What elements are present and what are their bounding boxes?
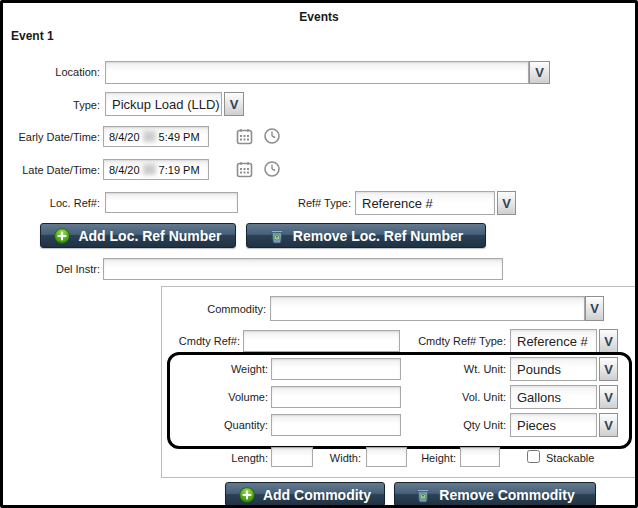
chevron-down-icon: V bbox=[604, 335, 613, 348]
width-input[interactable] bbox=[366, 447, 407, 467]
weight-label: Weight: bbox=[183, 363, 268, 375]
calendar-icon[interactable] bbox=[236, 128, 253, 145]
events-window: Events Event 1 Location: V Type: Pickup … bbox=[0, 0, 638, 508]
cmdty-ref-type-label: Cmdty Ref# Type: bbox=[406, 335, 506, 347]
vol-unit-label: Vol. Unit: bbox=[423, 391, 506, 403]
remove-loc-ref-label: Remove Loc. Ref Number bbox=[293, 228, 463, 244]
clock-icon[interactable] bbox=[263, 127, 281, 145]
trash-icon bbox=[415, 487, 431, 503]
commodity-input[interactable] bbox=[270, 296, 585, 321]
early-date-text: 8/4/20 bbox=[109, 131, 140, 143]
cmdty-ref-type-dropdown-button[interactable]: V bbox=[599, 329, 618, 353]
ref-type-select[interactable]: Reference # bbox=[355, 191, 495, 215]
plus-circle-icon bbox=[239, 487, 255, 503]
type-dropdown-button[interactable]: V bbox=[224, 92, 244, 116]
early-datetime-input[interactable]: 8/4/205:49 PM bbox=[103, 126, 209, 147]
commodity-label: Commodity: bbox=[163, 303, 266, 315]
wt-unit-label: Wt. Unit: bbox=[423, 363, 506, 375]
stackable-label: Stackable bbox=[546, 452, 594, 464]
late-time-text: 7:19 PM bbox=[159, 164, 200, 176]
loc-ref-input[interactable] bbox=[105, 192, 238, 213]
commodity-dropdown-button[interactable]: V bbox=[585, 296, 604, 321]
qty-unit-select[interactable]: Pieces bbox=[510, 413, 597, 437]
chevron-down-icon: V bbox=[604, 419, 613, 432]
late-datetime-input[interactable]: 8/4/207:19 PM bbox=[103, 159, 209, 180]
calendar-icon[interactable] bbox=[236, 161, 253, 178]
chevron-down-icon: V bbox=[604, 363, 613, 376]
chevron-down-icon: V bbox=[230, 98, 239, 111]
quantity-input[interactable] bbox=[271, 414, 401, 436]
location-input[interactable] bbox=[105, 61, 529, 84]
location-label: Location: bbox=[13, 66, 100, 78]
cmdty-ref-input[interactable] bbox=[243, 330, 400, 352]
remove-commodity-label: Remove Commodity bbox=[439, 487, 574, 503]
qty-unit-dropdown-button[interactable]: V bbox=[599, 413, 618, 437]
add-loc-ref-label: Add Loc. Ref Number bbox=[78, 228, 221, 244]
trash-icon bbox=[269, 228, 285, 244]
del-instr-input[interactable] bbox=[103, 258, 503, 280]
event-section-label: Event 1 bbox=[11, 29, 54, 43]
plus-circle-icon bbox=[54, 228, 70, 244]
page-title: Events bbox=[3, 10, 635, 24]
qty-unit-label: Qty Unit: bbox=[423, 419, 506, 431]
chevron-down-icon: V bbox=[535, 66, 544, 79]
loc-ref-label: Loc. Ref#: bbox=[3, 197, 100, 209]
redacted-year bbox=[143, 131, 156, 142]
remove-commodity-button[interactable]: Remove Commodity bbox=[394, 482, 596, 507]
type-select[interactable]: Pickup Load (LLD) bbox=[105, 92, 222, 116]
length-input[interactable] bbox=[271, 447, 313, 467]
vol-unit-dropdown-button[interactable]: V bbox=[599, 385, 618, 409]
wt-unit-dropdown-button[interactable]: V bbox=[599, 357, 618, 381]
remove-loc-ref-button[interactable]: Remove Loc. Ref Number bbox=[246, 223, 486, 248]
weight-input[interactable] bbox=[271, 358, 401, 380]
height-input[interactable] bbox=[460, 447, 500, 467]
height-label: Height: bbox=[411, 452, 456, 464]
add-commodity-label: Add Commodity bbox=[263, 487, 371, 503]
wt-unit-select[interactable]: Pounds bbox=[510, 357, 597, 381]
del-instr-label: Del Instr: bbox=[3, 263, 100, 275]
add-commodity-button[interactable]: Add Commodity bbox=[225, 482, 385, 507]
length-label: Length: bbox=[218, 452, 268, 464]
cmdty-ref-type-select[interactable]: Reference # bbox=[510, 329, 597, 353]
cmdty-ref-label: Cmdty Ref#: bbox=[153, 335, 240, 347]
early-datetime-label: Early Date/Time: bbox=[3, 131, 100, 143]
chevron-down-icon: V bbox=[502, 197, 511, 210]
location-dropdown-button[interactable]: V bbox=[529, 61, 550, 84]
type-label: Type: bbox=[13, 99, 100, 111]
add-loc-ref-button[interactable]: Add Loc. Ref Number bbox=[40, 223, 236, 248]
stackable-checkbox[interactable] bbox=[527, 450, 540, 463]
late-date-text: 8/4/20 bbox=[109, 164, 140, 176]
redacted-year bbox=[143, 164, 156, 175]
ref-type-label: Ref# Type: bbox=[253, 197, 351, 209]
width-label: Width: bbox=[321, 452, 361, 464]
chevron-down-icon: V bbox=[590, 302, 599, 315]
late-datetime-label: Late Date/Time: bbox=[3, 164, 100, 176]
early-time-text: 5:49 PM bbox=[159, 131, 200, 143]
quantity-label: Quantity: bbox=[183, 419, 268, 431]
volume-label: Volume: bbox=[183, 391, 268, 403]
volume-input[interactable] bbox=[271, 386, 401, 408]
clock-icon[interactable] bbox=[263, 160, 281, 178]
chevron-down-icon: V bbox=[604, 391, 613, 404]
ref-type-dropdown-button[interactable]: V bbox=[497, 191, 516, 215]
vol-unit-select[interactable]: Gallons bbox=[510, 385, 597, 409]
